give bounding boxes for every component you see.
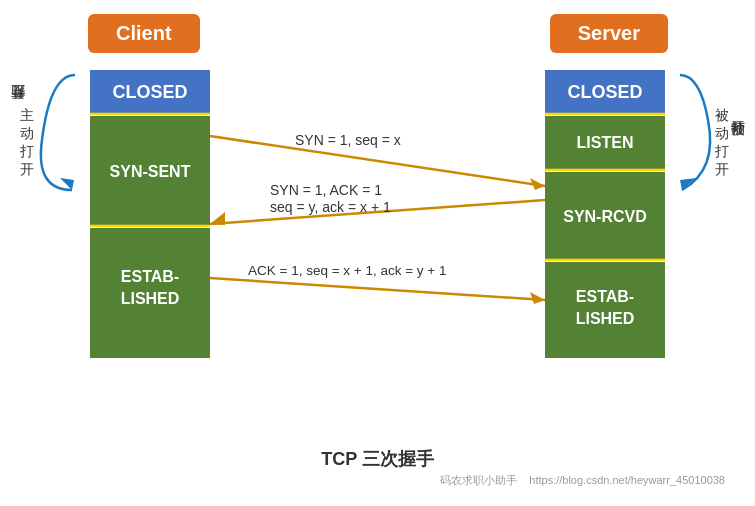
- right-side-char3: 打: [714, 143, 729, 159]
- right-estab-label1: ESTAB-: [576, 288, 634, 305]
- left-side-char3: 打: [19, 143, 34, 159]
- watermark: 码农求职小助手: [440, 474, 517, 486]
- arrow2-head: [210, 212, 225, 225]
- arrow3-line: [210, 278, 545, 300]
- syn-rcvd-label: SYN-RCVD: [563, 208, 647, 225]
- right-estab-label2: LISHED: [576, 310, 635, 327]
- right-side-char1: 被: [715, 107, 729, 123]
- left-side-char1: 主: [20, 107, 34, 123]
- syn-sent-label: SYN-SENT: [110, 163, 191, 180]
- curve-right: [680, 75, 710, 190]
- subtitle-url: https://blog.csdn.net/heywarr_45010038: [529, 474, 725, 486]
- left-side-char4: 开: [20, 161, 34, 177]
- left-estab-label2: LISHED: [121, 290, 180, 307]
- client-box: Client: [88, 14, 200, 53]
- main-svg: CLOSED SYN-SENT ESTAB- LISHED CLOSED LIS…: [0, 60, 755, 480]
- header-row: Client Server: [88, 0, 668, 53]
- right-side-char4: 开: [715, 161, 729, 177]
- right-closed-label: CLOSED: [567, 82, 642, 102]
- curve-left: [41, 75, 75, 190]
- diagram-container: 主动打开 被动打开 Client Server CLOSED SYN-SENT …: [0, 0, 755, 506]
- server-box: Server: [550, 14, 668, 53]
- footer-subtitle: 码农求职小助手 https://blog.csdn.net/heywarr_45…: [0, 473, 755, 488]
- left-closed-label: CLOSED: [112, 82, 187, 102]
- footer-title: TCP 三次握手: [0, 447, 755, 471]
- arrow2-label2: seq = y, ack = x + 1: [270, 199, 391, 215]
- arrow1-label: SYN = 1, seq = x: [295, 132, 401, 148]
- listen-label: LISTEN: [577, 134, 634, 151]
- right-side-char2: 动: [715, 125, 729, 141]
- left-side-char2: 动: [20, 125, 34, 141]
- curve-right-head: [680, 178, 696, 190]
- footer: TCP 三次握手 码农求职小助手 https://blog.csdn.net/h…: [0, 447, 755, 488]
- arrow3-label: ACK = 1, seq = x + 1, ack = y + 1: [248, 263, 447, 278]
- arrow3-head: [530, 292, 545, 304]
- arrow2-label1: SYN = 1, ACK = 1: [270, 182, 382, 198]
- left-estab-label1: ESTAB-: [121, 268, 179, 285]
